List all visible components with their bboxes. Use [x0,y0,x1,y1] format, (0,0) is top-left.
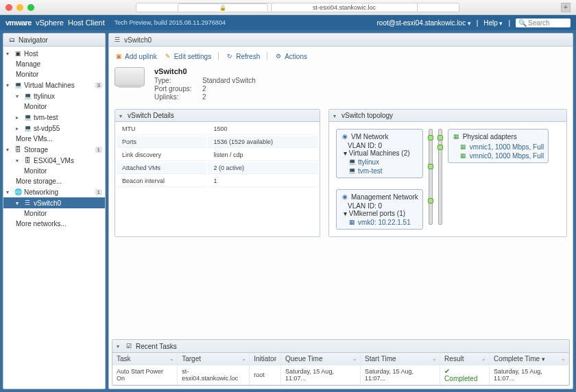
twisty-icon[interactable]: ▾ [333,113,339,119]
twisty-icon: ▾ [16,158,21,163]
twisty-icon[interactable]: ▾ [119,113,125,119]
twisty-icon: ▾ [6,147,12,152]
navigator-header: 🗂 Navigator [3,34,105,47]
host-icon: ▣ [14,49,22,58]
dropdown-icon[interactable]: ⌄ [481,356,486,362]
vm-network-box[interactable]: ◉VM Network VLAN ID: 0 ▾ Virtual Machine… [336,129,423,178]
datastore-icon: 🗄 [23,156,32,164]
url-bar[interactable]: 🔒st-esxi04.stankowic.loc [34,3,561,12]
actions-button[interactable]: ⚙Actions [274,52,307,60]
minimize-window-icon[interactable] [16,4,23,11]
dropdown-icon[interactable]: ⌄ [273,356,278,362]
user-menu[interactable]: root@st-esxi04.stankowic.loc ▾ [377,19,471,27]
nav-host-monitor[interactable]: Monitor [3,69,105,79]
tasks-icon: ☑ [125,342,133,350]
switch-icon: ☰ [23,199,32,207]
portgroup-icon: ◉ [341,193,349,201]
nav-ds-esxi04[interactable]: ▾🗄ESXi04_VMs [3,155,105,166]
nav-more-storage[interactable]: More storage... [3,176,105,186]
table-row[interactable]: Auto Start Power On st-esxi04.stankowic.… [112,365,569,385]
topo-vmnic0[interactable]: ▦vmnic0, 1000 Mbps, Full [453,151,544,160]
nav-ds-monitor[interactable]: Monitor [3,166,105,176]
uplinks-value: 2 [202,93,256,101]
separator [267,52,267,60]
topo-vm-ttylinux[interactable]: 💻ttylinux [341,157,418,166]
new-tab-button[interactable]: + [561,3,571,12]
navigator-title: Navigator [19,36,48,44]
dropdown-icon[interactable]: ⌄ [561,356,566,362]
build-info: Tech Preview, build 2015.08.11.2976804 [115,19,226,26]
topo-vm-tvmtest[interactable]: 💻tvm-test [341,166,418,175]
switch-port-icon [428,135,433,140]
dropdown-icon[interactable]: ⌄ [352,356,357,362]
vms-expand[interactable]: ▾ Virtual Machines (2) [341,149,418,157]
table-row: Attached VMs2 (0 active) [117,162,318,174]
twisty-icon[interactable]: ▾ [117,343,122,349]
vlan-label: VLAN ID: 0 [341,202,418,210]
refresh-icon: ↻ [226,52,234,60]
nav-vm-ttylinux-monitor[interactable]: Monitor [3,101,105,112]
refresh-button[interactable]: ↻Refresh [226,52,260,60]
nav-more-vms[interactable]: More VMs... [3,134,105,144]
nav-vm-stvdp55[interactable]: ▸💻st-vdp55 [3,123,105,134]
navigator-tree: ▾▣Host Manage Monitor ▾💻Virtual Machines… [3,47,105,389]
th-queuetime[interactable]: Queue Time⌄ [281,353,361,365]
nav-networking[interactable]: ▾🌐Networking1 [3,186,105,197]
vmk-expand[interactable]: ▾ VMkernel ports (1) [341,210,418,217]
table-row: Beacon interval1 [117,175,318,187]
recent-tasks-panel: ▾☑Recent Tasks Task⌄ Target⌄ Initiator⌄ … [112,339,570,386]
nav-vm-tvmtest[interactable]: ▸💻tvm-test [3,112,105,123]
topology-header: ▾vSwitch topology [329,110,566,122]
nav-vm-ttylinux[interactable]: ▾💻ttylinux [3,90,105,101]
url-text: st-esxi04.stankowic.loc [271,3,418,12]
switch-icon: ☰ [113,36,121,44]
th-starttime[interactable]: Start Time⌄ [361,353,440,365]
switch-port-icon [437,145,443,150]
storage-count-badge: 1 [95,147,102,153]
nav-host[interactable]: ▾▣Host [3,48,105,59]
separator [218,52,219,60]
nav-vswitch0[interactable]: ▾☰vSwitch0 [3,197,105,208]
vm-icon: 💻 [348,158,356,166]
close-window-icon[interactable] [5,4,12,11]
topo-vmk0[interactable]: ▦vmk0: 10.22.1.51 [341,217,418,226]
nav-vms[interactable]: ▾💻Virtual Machines3 [3,79,105,90]
th-completetime[interactable]: Complete Time ▾⌄ [489,353,568,365]
ports-value: 1536 (1529 available) [208,136,318,148]
nic-icon: ▦ [453,132,461,140]
th-result[interactable]: Result⌄ [440,353,490,365]
topo-switch-rail [429,129,433,225]
physical-adapters-box[interactable]: ▦Physical adapters ▦vmnic1, 1000 Mbps, F… [448,129,549,163]
details-table: MTU1500 Ports1536 (1529 available) Link … [115,122,320,188]
nav-host-manage[interactable]: Manage [3,59,105,69]
nav-vswitch-monitor[interactable]: Monitor [3,208,105,219]
task-queue: Saturday, 15 Aug, 11:07... [281,365,361,385]
vmware-logo: vmware [5,19,32,27]
twisty-icon: ▾ [16,93,21,99]
topo-vmnic1[interactable]: ▦vmnic1, 1000 Mbps, Full [453,142,544,151]
maximize-window-icon[interactable] [27,4,34,11]
task-result: ✔ Completed [440,365,490,385]
switch-device-icon [115,67,145,86]
nav-more-networks[interactable]: More networks... [3,219,105,229]
th-target[interactable]: Target⌄ [178,353,250,365]
th-initiator[interactable]: Initiator⌄ [250,353,281,365]
nic-icon: ▦ [459,143,468,151]
dropdown-icon[interactable]: ⌄ [169,356,174,362]
vlan-label: VLAN ID: 0 [341,142,418,149]
lock-icon: 🔒 [178,3,268,12]
search-input[interactable]: 🔍 Search [516,19,571,27]
table-row: Link discoverylisten / cdp [117,149,318,161]
add-uplink-button[interactable]: ▣Add uplink [115,52,157,60]
edit-settings-button[interactable]: ✎Edit settings [164,52,211,60]
th-task[interactable]: Task⌄ [112,353,178,365]
details-topology-row: ▾vSwitch Details MTU1500 Ports1536 (1529… [115,109,567,237]
nav-storage[interactable]: ▾🗄Storage1 [3,144,105,155]
dropdown-icon[interactable]: ⌄ [432,356,437,362]
vm-icon: 💻 [23,92,32,100]
mgmt-network-box[interactable]: ◉Management Network VLAN ID: 0 ▾ VMkerne… [336,189,423,230]
vm-count-badge: 3 [95,82,102,88]
help-menu[interactable]: Help ▾ [483,19,503,27]
pencil-icon: ✎ [164,52,172,60]
dropdown-icon[interactable]: ⌄ [241,356,246,362]
